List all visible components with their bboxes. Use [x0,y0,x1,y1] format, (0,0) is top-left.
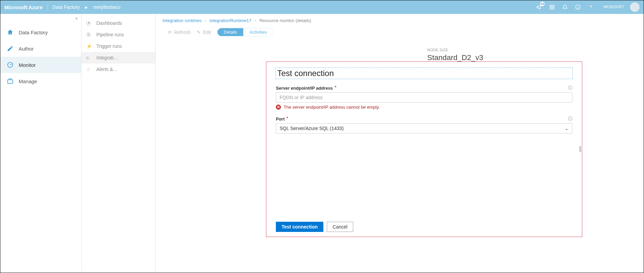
collapse-sidebar-icon[interactable]: « [75,16,78,21]
grid-icon[interactable] [549,4,555,11]
subnav-alerts[interactable]: ♤ Alerts &… [81,63,155,75]
error-icon: ✕ [276,105,281,110]
subnav-label: Trigger runs [96,43,122,49]
smiley-feedback-icon[interactable] [574,4,581,11]
breadcrumb: Integration runtimes › integrationRuntim… [163,18,637,23]
subnav-label: Dashboards [96,20,122,26]
notifications-megaphone-icon[interactable]: 23 [536,4,543,11]
integration-icon: ⎋ [86,55,92,60]
user-avatar[interactable] [630,2,640,12]
pencil-icon: ✎ [197,30,201,35]
notification-badge: 23 [540,2,545,6]
help-icon[interactable] [587,4,594,11]
nav-label: Manage [19,78,37,84]
subnav-pipeline-runs[interactable]: ⦿ Pipeline runs [81,29,155,40]
svg-rect-0 [550,5,552,7]
server-endpoint-input[interactable] [276,92,572,103]
tab-details[interactable]: Details [217,28,243,36]
azure-brand[interactable]: Microsoft Azure [4,4,48,10]
nav-author[interactable]: Author [0,40,81,57]
cancel-button[interactable]: Cancel [327,222,353,232]
svg-point-4 [575,5,580,9]
subnav-label: Alerts &… [96,67,118,72]
breadcrumb-header: Microsoft Azure Data Factory ▶ meiyltest… [4,4,120,10]
error-text: The server endpoint/IP address cannot be… [284,105,380,110]
nav-manage[interactable]: Manage [0,73,81,89]
subnav-label: Integrati… [96,55,118,60]
instance-name[interactable]: meiyltestwcu [93,4,120,10]
server-endpoint-field: Server endpoint/IP address * ⓘ ✕ The ser… [276,85,572,110]
content-area: Integration runtimes › integrationRuntim… [156,14,644,273]
crumb-integration-runtimes[interactable]: Integration runtimes [163,18,202,23]
required-asterisk: * [286,116,288,122]
tenant-label: MICROSOFT [604,5,624,9]
node-size-value: Standard_D2_v3 [427,53,485,62]
test-connection-button[interactable]: Test connection [276,222,323,232]
chevron-down-icon: ⌄ [565,126,569,131]
speedometer-icon: ◔ [86,20,92,26]
subnav-label: Pipeline runs [96,32,124,37]
info-icon[interactable]: ⓘ [568,116,572,122]
subnav-trigger-runs[interactable]: ⚡ Trigger runs [81,40,155,52]
svg-rect-2 [550,7,552,9]
bell-outline-icon: ♤ [86,67,92,72]
crumb-runtime-instance[interactable]: integrationRuntime17 [210,18,252,23]
subnav-dashboards[interactable]: ◔ Dashboards [81,17,155,29]
monitor-subnav: ◔ Dashboards ⦿ Pipeline runs ⚡ Trigger r… [81,14,156,273]
service-name[interactable]: Data Factory [53,4,80,10]
nav-monitor[interactable]: Monitor [0,57,81,73]
content-toolbar: ⟳ Refresh ✎ Edit Details Activities [168,28,637,36]
dialog-footer: Test connection Cancel [276,222,572,232]
test-connection-dialog: Test connection Server endpoint/IP addre… [266,61,582,237]
svg-rect-9 [8,80,13,84]
bell-icon[interactable] [562,4,568,11]
nav-data-factory[interactable]: Data Factory [0,24,81,40]
nav-label: Author [19,46,34,52]
gauge-icon [6,61,14,69]
port-label: Port [276,116,285,122]
node-size-label: NODE SIZE [427,48,485,52]
chevron-right-icon: › [255,18,256,23]
chevron-right-icon: ▶ [85,5,88,9]
chevron-right-icon: › [205,18,206,23]
nav-label: Data Factory [19,30,48,35]
pipeline-icon: ⦿ [86,32,92,37]
edit-button[interactable]: ✎ Edit [197,30,211,35]
port-selected-value: SQL Server/Azure SQL (1433) [280,126,344,131]
svg-rect-3 [552,7,554,9]
nav-label: Monitor [19,62,36,68]
server-endpoint-label: Server endpoint/IP address [276,86,333,91]
top-right-tools: 23 MICROSOFT [536,2,640,12]
port-field: Port * ⓘ SQL Server/Azure SQL (1433) ⌄ [276,116,572,133]
validation-error: ✕ The server endpoint/IP address cannot … [276,105,572,110]
refresh-icon: ⟳ [168,30,172,35]
port-select[interactable]: SQL Server/Azure SQL (1433) ⌄ [276,123,572,133]
home-icon [6,29,14,36]
tab-activities[interactable]: Activities [243,28,273,36]
refresh-button[interactable]: ⟳ Refresh [168,30,191,35]
view-toggle: Details Activities [217,28,273,36]
dialog-title: Test connection [276,68,572,79]
primary-sidebar: « Data Factory Author Monitor Manage [0,14,81,273]
required-asterisk: * [335,85,337,91]
bolt-icon: ⚡ [86,43,92,49]
svg-rect-1 [552,5,554,7]
edit-label: Edit [203,30,211,35]
pencil-icon [6,45,14,52]
crumb-current: Resource monitor (details) [260,18,311,23]
top-header: Microsoft Azure Data Factory ▶ meiyltest… [0,0,644,14]
refresh-label: Refresh [174,30,191,35]
info-icon[interactable]: ⓘ [568,85,572,91]
scrollbar-thumb[interactable] [579,146,581,152]
subnav-integration-runtimes[interactable]: ⎋ Integrati… [81,52,155,63]
briefcase-icon [6,77,14,85]
